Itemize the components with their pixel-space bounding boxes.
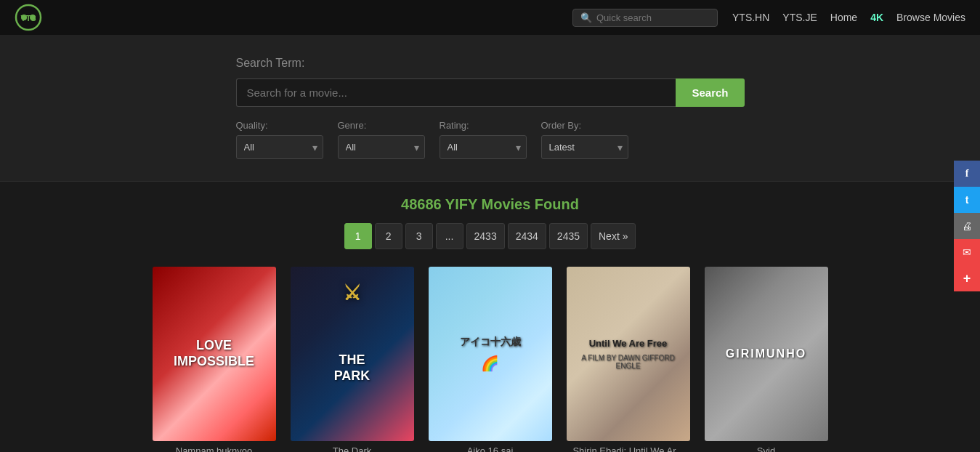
movie-poster-1: LOVEIMPOSSIBLE <box>153 267 276 441</box>
plus-icon: + <box>963 271 971 286</box>
logo-link[interactable]: YTS <box>15 4 42 31</box>
social-sidebar: f t 🖨 ✉ + <box>954 161 980 291</box>
search-row: Search <box>236 78 745 107</box>
facebook-share-btn[interactable]: f <box>954 161 980 187</box>
results-section: 48686 YIFY Movies Found 1 2 3 ... 2433 2… <box>0 182 980 452</box>
movie-card-1[interactable]: LOVEIMPOSSIBLE Namnam buknvoo <box>153 267 276 452</box>
page-btn-1[interactable]: 1 <box>344 223 372 249</box>
movie-title-5: Svid <box>705 445 828 452</box>
movie-grid: LOVEIMPOSSIBLE Namnam buknvoo ⚔ THEPARK … <box>123 267 857 452</box>
rating-select[interactable]: All 1+2+3+4+ 5+6+7+8+9+ <box>440 135 527 159</box>
poster-overlay-title-2: THEPARK <box>334 352 370 384</box>
nav-link-yts-je[interactable]: YTS.JE <box>782 12 817 23</box>
order-by-label: Order By: <box>541 120 628 131</box>
poster-overlay-title-4: Until We Are Free <box>589 338 668 350</box>
movie-title-3: Aiko 16 sai <box>429 445 552 452</box>
email-share-btn[interactable]: ✉ <box>954 239 980 265</box>
search-button[interactable]: Search <box>676 78 744 107</box>
rating-filter-group: Rating: All 1+2+3+4+ 5+6+7+8+9+ <box>440 120 527 159</box>
quality-filter-group: Quality: All 720p 1080p 2160p 3D <box>236 120 323 159</box>
poster-overlay-title-5: GIRIMUNHO <box>726 347 806 360</box>
svg-text:YTS: YTS <box>20 14 36 23</box>
nav-search-input[interactable] <box>596 12 713 23</box>
search-section: Search Term: Search Quality: All 720p 10… <box>0 35 980 181</box>
movie-poster-4: Until We Are Free A FILM BY DAWN GIFFORD… <box>567 267 690 441</box>
next-page-btn[interactable]: Next » <box>591 223 636 249</box>
poster-overlay-title-3: アイコ十六歳 <box>460 336 521 348</box>
page-btn-2434[interactable]: 2434 <box>508 223 546 249</box>
navbar: YTS 🔍 YTS.HN YTS.JE Home 4K Browse Movie… <box>0 0 980 35</box>
movie-search-input[interactable] <box>236 78 676 107</box>
movie-card-2[interactable]: ⚔ THEPARK The Dark <box>291 267 414 452</box>
twitter-share-btn[interactable]: t <box>954 187 980 213</box>
movie-title-1: Namnam buknvoo <box>153 445 276 452</box>
movie-title-2: The Dark <box>291 445 414 452</box>
rating-label: Rating: <box>440 120 527 131</box>
page-btn-2435[interactable]: 2435 <box>549 223 588 249</box>
nav-search-box[interactable]: 🔍 <box>572 9 718 27</box>
nav-link-home[interactable]: Home <box>830 12 857 23</box>
pagination: 1 2 3 ... 2433 2434 2435 Next » <box>344 223 636 249</box>
search-term-label: Search Term: <box>236 57 745 70</box>
movie-card-4[interactable]: Until We Are Free A FILM BY DAWN GIFFORD… <box>567 267 690 452</box>
twitter-icon: t <box>965 194 969 206</box>
movie-poster-5: GIRIMUNHO <box>705 267 828 441</box>
nav-link-4k[interactable]: 4K <box>870 12 883 23</box>
quality-select[interactable]: All 720p 1080p 2160p 3D <box>236 135 323 159</box>
genre-label: Genre: <box>338 120 425 131</box>
order-by-select[interactable]: Latest Oldest Seeds Peers Year Rating Li… <box>541 135 628 159</box>
nav-link-yts-hn[interactable]: YTS.HN <box>732 12 769 23</box>
facebook-icon: f <box>965 168 969 179</box>
search-icon: 🔍 <box>580 12 592 23</box>
nav-links: YTS.HN YTS.JE Home 4K Browse Movies <box>732 12 965 23</box>
email-icon: ✉ <box>963 246 971 258</box>
page-btn-ellipsis: ... <box>436 223 463 249</box>
movie-poster-2: ⚔ THEPARK <box>291 267 414 441</box>
poster-overlay-title-1: LOVEIMPOSSIBLE <box>174 338 254 369</box>
movie-card-3[interactable]: アイコ十六歳 🌈 Aiko 16 sai <box>429 267 552 452</box>
poster-overlay-sub-4: A FILM BY DAWN GIFFORD ENGLE <box>574 354 683 370</box>
page-btn-2433[interactable]: 2433 <box>466 223 505 249</box>
genre-filter-group: Genre: All Action Comedy Drama Horror Sc… <box>338 120 425 159</box>
filters: Quality: All 720p 1080p 2160p 3D Genre: … <box>236 120 745 159</box>
order-by-filter-group: Order By: Latest Oldest Seeds Peers Year… <box>541 120 628 159</box>
movie-poster-3: アイコ十六歳 🌈 <box>429 267 552 441</box>
nav-link-browse-movies[interactable]: Browse Movies <box>896 12 965 23</box>
logo-icon: YTS <box>15 4 42 31</box>
page-btn-3[interactable]: 3 <box>405 223 433 249</box>
movie-title-4: Shirin Ebadi: Until We Ar... <box>567 445 690 452</box>
movie-card-5[interactable]: GIRIMUNHO Svid <box>705 267 828 452</box>
print-icon: 🖨 <box>962 220 972 232</box>
more-share-btn[interactable]: + <box>954 265 980 291</box>
results-count: 48686 YIFY Movies Found <box>401 196 579 213</box>
genre-select[interactable]: All Action Comedy Drama Horror Sci-Fi Th… <box>338 135 425 159</box>
print-btn[interactable]: 🖨 <box>954 213 980 239</box>
page-btn-2[interactable]: 2 <box>375 223 402 249</box>
quality-label: Quality: <box>236 120 323 131</box>
